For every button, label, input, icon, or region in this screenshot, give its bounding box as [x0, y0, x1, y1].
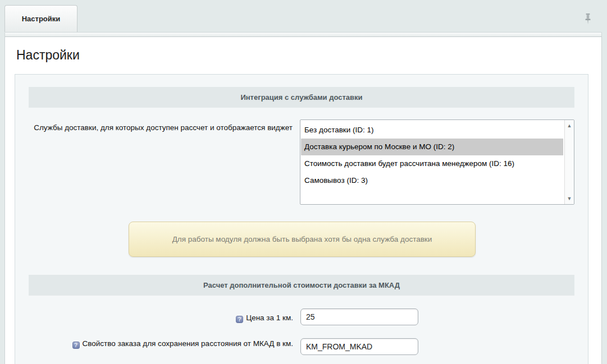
listbox-scrollbar[interactable]: ▲ ▼: [564, 120, 574, 204]
section-header-integration: Интеграция с службами доставки: [29, 87, 574, 108]
order-property-field: [300, 338, 418, 355]
pin-tab-button[interactable]: [584, 13, 592, 25]
tab-settings[interactable]: Настройки: [4, 5, 77, 32]
price-per-km-input[interactable]: [300, 308, 418, 325]
content-top-strip: [4, 32, 602, 37]
warning-text: Для работы модуля должна быть выбрана хо…: [172, 235, 432, 243]
order-property-input[interactable]: [300, 338, 418, 355]
list-item-selected[interactable]: Доставка курьером по Москве и МО (ID: 2): [301, 139, 563, 155]
price-per-km-row: ?Цена за 1 км.: [29, 308, 574, 325]
page-title: Настройки: [16, 48, 601, 63]
price-per-km-field: [300, 308, 418, 325]
scroll-down-icon[interactable]: ▼: [565, 194, 574, 203]
list-item[interactable]: Стоимость доставки будет рассчитана мене…: [301, 155, 563, 172]
settings-form-panel: Интеграция с службами доставки Службы до…: [15, 74, 588, 364]
section-title: Расчет дополнительной стоимости доставки…: [203, 281, 400, 289]
section-header-mkad: Расчет дополнительной стоимости доставки…: [29, 275, 574, 296]
delivery-services-label: Службы доставки, для которых доступен ра…: [29, 119, 293, 133]
tab-bar: Настройки: [0, 0, 607, 32]
module-warning-message: Для работы модуля должна быть выбрана хо…: [129, 222, 476, 257]
help-icon[interactable]: ?: [72, 342, 80, 349]
delivery-services-field: Без доставки (ID: 1) Доставка курьером п…: [300, 119, 574, 205]
delivery-services-listbox[interactable]: Без доставки (ID: 1) Доставка курьером п…: [300, 119, 574, 205]
tab-settings-label: Настройки: [22, 15, 61, 23]
price-per-km-label: Цена за 1 км.: [246, 314, 293, 322]
delivery-services-row: Службы доставки, для которых доступен ра…: [29, 119, 574, 205]
pin-icon: [584, 17, 592, 27]
settings-page: Настройки Интеграция с службами доставки…: [4, 37, 602, 364]
price-per-km-label-wrap: ?Цена за 1 км.: [29, 308, 293, 323]
order-property-label: Свойство заказа для сохранения расстояни…: [83, 339, 293, 348]
scroll-up-icon[interactable]: ▲: [565, 121, 574, 130]
list-item[interactable]: Самовывоз (ID: 3): [301, 172, 563, 189]
section-title: Интеграция с службами доставки: [240, 93, 362, 102]
order-property-row: ?Свойство заказа для сохранения расстоян…: [29, 338, 574, 355]
help-icon[interactable]: ?: [236, 316, 243, 323]
order-property-label-wrap: ?Свойство заказа для сохранения расстоян…: [29, 338, 293, 349]
list-item[interactable]: Без доставки (ID: 1): [301, 122, 563, 139]
listbox-options: Без доставки (ID: 1) Доставка курьером п…: [301, 122, 563, 189]
